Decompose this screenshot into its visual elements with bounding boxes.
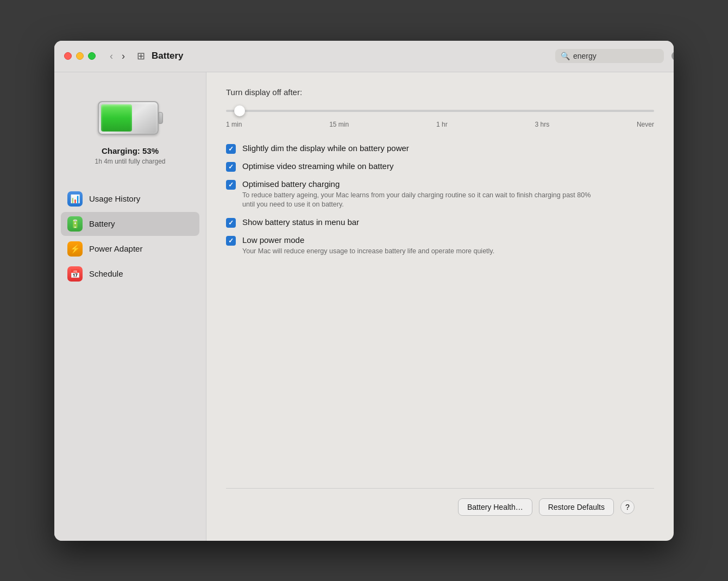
battery-icon: 🔋 [67, 216, 83, 232]
battery-illustration [98, 99, 163, 136]
slider-labels: 1 min 15 min 1 hr 3 hrs Never [226, 121, 654, 128]
battery-charge-label: Charging: 53% [102, 146, 159, 155]
battery-label-nav: Battery [89, 219, 115, 228]
power-adapter-icon: ⚡ [67, 241, 83, 257]
main-panel: Turn display off after: 1 min 15 min 1 h… [206, 72, 674, 541]
search-input[interactable] [573, 52, 668, 60]
checkbox-label-show-battery: Show battery status in menu bar [242, 217, 359, 227]
restore-defaults-button[interactable]: Restore Defaults [539, 498, 614, 516]
schedule-label: Schedule [89, 269, 123, 278]
slider-label-1min: 1 min [226, 121, 242, 128]
battery-body [98, 101, 159, 135]
power-adapter-label: Power Adapter [89, 244, 142, 253]
sidebar: Charging: 53% 1h 4m until fully charged … [54, 72, 206, 541]
checkbox-label-dim-display: Slightly dim the display while on batter… [242, 143, 409, 153]
slider-container: 1 min 15 min 1 hr 3 hrs Never [226, 104, 654, 128]
checkbox-row-optimise-video: ✓ Optimise video streaming while on batt… [226, 161, 654, 172]
checkbox-label-low-power: Low power mode [242, 235, 494, 245]
search-icon: 🔍 [561, 52, 570, 60]
checkbox-optimise-video[interactable]: ✓ [226, 162, 236, 172]
battery-health-button[interactable]: Battery Health… [458, 498, 532, 516]
battery-status: Charging: 53% 1h 4m until fully charged [61, 83, 199, 182]
minimize-button[interactable] [76, 52, 84, 60]
slider-label-3hrs: 3 hrs [535, 121, 549, 128]
checkbox-row-low-power: ✓ Low power mode Your Mac will reduce en… [226, 235, 654, 257]
checkbox-low-power[interactable]: ✓ [226, 236, 236, 246]
titlebar-title: Battery [152, 51, 549, 61]
bottom-bar: Battery Health… Restore Defaults ? [226, 488, 654, 526]
sidebar-item-schedule[interactable]: 📅 Schedule [61, 262, 199, 286]
usage-history-label: Usage History [89, 194, 140, 203]
checkbox-row-show-battery: ✓ Show battery status in menu bar [226, 217, 654, 228]
sidebar-nav: 📊 Usage History 🔋 Battery ⚡ Power Adapte… [61, 187, 199, 286]
checkbox-row-optimised-charging: ✓ Optimised battery charging To reduce b… [226, 179, 654, 210]
slider-label-1hr: 1 hr [436, 121, 448, 128]
sidebar-item-usage-history[interactable]: 📊 Usage History [61, 187, 199, 211]
display-off-label: Turn display off after: [226, 88, 654, 97]
battery-time-label: 1h 4m until fully charged [95, 158, 165, 165]
checkbox-desc-low-power: Your Mac will reduce energy usage to inc… [242, 247, 494, 257]
checkbox-row-dim-display: ✓ Slightly dim the display while on batt… [226, 143, 654, 154]
close-button[interactable] [64, 52, 72, 60]
slider-label-15min: 15 min [329, 121, 349, 128]
checkbox-label-optimise-video: Optimise video streaming while on batter… [242, 161, 393, 171]
content-area: Charging: 53% 1h 4m until fully charged … [54, 72, 674, 541]
traffic-lights [64, 52, 96, 60]
system-preferences-window: ‹ › ⊞ Battery 🔍 ✕ Charging: 53% 1h [54, 41, 674, 541]
maximize-button[interactable] [88, 52, 96, 60]
schedule-icon: 📅 [67, 266, 83, 282]
checkbox-desc-optimised-charging: To reduce battery ageing, your Mac learn… [242, 191, 595, 210]
search-bar: 🔍 ✕ [555, 49, 664, 63]
nav-arrows: ‹ › [106, 48, 128, 64]
back-arrow[interactable]: ‹ [106, 48, 116, 64]
search-clear-button[interactable]: ✕ [671, 52, 674, 60]
battery-fill [101, 104, 132, 132]
battery-terminal [159, 112, 163, 124]
checkbox-dim-display[interactable]: ✓ [226, 144, 236, 154]
display-off-slider[interactable] [226, 110, 654, 112]
sidebar-item-battery[interactable]: 🔋 Battery [61, 212, 199, 236]
slider-label-never: Never [637, 121, 654, 128]
titlebar: ‹ › ⊞ Battery 🔍 ✕ [54, 41, 674, 72]
forward-arrow[interactable]: › [118, 48, 128, 64]
help-button[interactable]: ? [620, 500, 635, 514]
sidebar-item-power-adapter[interactable]: ⚡ Power Adapter [61, 237, 199, 261]
usage-history-icon: 📊 [67, 191, 83, 207]
checkboxes-area: ✓ Slightly dim the display while on batt… [226, 143, 654, 264]
checkbox-show-battery[interactable]: ✓ [226, 218, 236, 228]
grid-icon[interactable]: ⊞ [137, 50, 145, 62]
checkbox-label-optimised-charging: Optimised battery charging [242, 179, 595, 189]
checkbox-optimised-charging[interactable]: ✓ [226, 180, 236, 190]
